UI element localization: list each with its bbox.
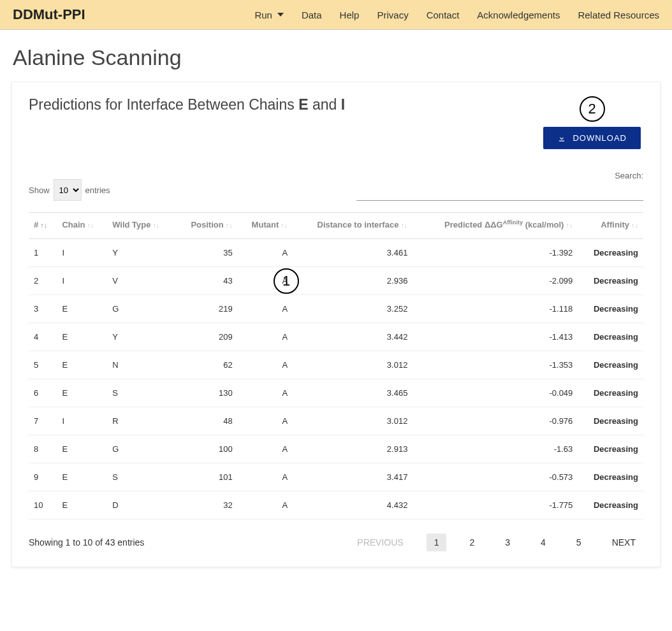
nav-run[interactable]: Run — [254, 10, 284, 20]
page-3[interactable]: 3 — [497, 533, 518, 551]
col-num[interactable]: #↑↓ — [29, 213, 57, 239]
cell-distance: 4.432 — [293, 491, 413, 519]
cell-chain: E — [57, 435, 107, 463]
sort-icon: ↑↓ — [631, 221, 638, 229]
cell-position: 43 — [176, 267, 238, 295]
cell-ddg: -1.775 — [413, 491, 578, 519]
cell-wildtype: S — [107, 379, 176, 407]
cell-affinity: Decreasing — [578, 379, 643, 407]
cell-ddg: -0.976 — [413, 407, 578, 435]
cell-wildtype: V — [107, 267, 176, 295]
col-chain[interactable]: Chain↑↓ — [57, 213, 107, 239]
page-previous[interactable]: PREVIOUS — [349, 533, 411, 551]
search-area: Search: — [356, 171, 643, 201]
page-1[interactable]: 1 — [427, 533, 447, 551]
cell-affinity: Decreasing — [578, 267, 643, 295]
cell-wildtype: Y — [107, 323, 176, 351]
page-4[interactable]: 4 — [533, 533, 553, 551]
table-row: 2IV43A2.936-2.099Decreasing — [29, 267, 643, 295]
navbar: DDMut-PPI Run Data Help Privacy Contact … — [0, 0, 672, 30]
cell-mutant: A — [238, 323, 293, 351]
table-row: 5EN62A3.012-1.353Decreasing — [29, 351, 643, 379]
cell-ddg: -1.353 — [413, 351, 578, 379]
cell-num: 8 — [29, 435, 57, 463]
show-label: Show — [29, 185, 50, 195]
col-chain-label: Chain — [62, 220, 85, 229]
cell-affinity: Decreasing — [578, 295, 643, 323]
nav-related-resources[interactable]: Related Resources — [578, 10, 659, 20]
page-2[interactable]: 2 — [462, 533, 482, 551]
page-5[interactable]: 5 — [569, 533, 589, 551]
card-header: Predictions for Interface Between Chains… — [29, 96, 643, 149]
annotation-marker-2: 2 — [580, 96, 605, 122]
caret-down-icon — [277, 13, 284, 17]
cell-wildtype: G — [107, 435, 176, 463]
cell-mutant: A — [238, 295, 293, 323]
sort-icon: ↑↓ — [152, 221, 159, 229]
cell-ddg: -1.118 — [413, 295, 578, 323]
col-ddg-unit: (kcal/mol) — [523, 220, 564, 229]
table-controls: Show 10 entries Search: — [29, 171, 643, 201]
pagination: PREVIOUS 12345 NEXT — [349, 533, 643, 551]
table-row: 8EG100A2.913-1.63Decreasing — [29, 435, 643, 463]
nav-contact[interactable]: Contact — [427, 10, 460, 20]
cell-ddg: -0.573 — [413, 463, 578, 491]
col-wildtype[interactable]: Wild Type↑↓ — [107, 213, 176, 239]
cell-chain: E — [57, 323, 107, 351]
col-mutant[interactable]: Mutant↑↓ — [238, 213, 293, 239]
page-next[interactable]: NEXT — [604, 533, 643, 551]
col-ddg-pre: Predicted ΔΔG — [444, 220, 503, 229]
cell-wildtype: G — [107, 295, 176, 323]
table-body: 1IY35A3.461-1.392Decreasing2IV43A2.936-2… — [29, 239, 643, 519]
cell-chain: E — [57, 295, 107, 323]
cell-position: 48 — [176, 407, 238, 435]
cell-mutant: A — [238, 351, 293, 379]
cell-affinity: Decreasing — [578, 435, 643, 463]
table-row: 10ED32A4.432-1.775Decreasing — [29, 491, 643, 519]
search-input[interactable] — [356, 185, 643, 201]
col-distance[interactable]: Distance to interface↑↓ — [293, 213, 413, 239]
card-title-prefix: Predictions for Interface Between Chains — [29, 96, 298, 113]
cell-distance: 2.913 — [293, 435, 413, 463]
cell-distance: 3.465 — [293, 379, 413, 407]
nav-acknowledgements[interactable]: Acknowledgements — [477, 10, 560, 20]
cell-position: 32 — [176, 491, 238, 519]
cell-position: 130 — [176, 379, 238, 407]
cell-position: 62 — [176, 351, 238, 379]
col-ddg[interactable]: Predicted ΔΔGAffinity (kcal/mol)↑↓ — [413, 213, 578, 239]
cell-num: 2 — [29, 267, 57, 295]
cell-wildtype: S — [107, 463, 176, 491]
cell-num: 1 — [29, 239, 57, 267]
cell-position: 101 — [176, 463, 238, 491]
col-affinity[interactable]: Affinity↑↓ — [578, 213, 643, 239]
page-size-select[interactable]: 10 — [54, 179, 82, 201]
chain-b: I — [341, 96, 345, 113]
cell-num: 10 — [29, 491, 57, 519]
col-dist-label: Distance to interface — [318, 220, 399, 229]
results-card: Predictions for Interface Between Chains… — [11, 82, 661, 567]
cell-chain: I — [57, 267, 107, 295]
nav-run-label: Run — [254, 10, 272, 20]
cell-affinity: Decreasing — [578, 351, 643, 379]
cell-distance: 3.012 — [293, 407, 413, 435]
cell-chain: I — [57, 239, 107, 267]
nav-privacy[interactable]: Privacy — [377, 10, 408, 20]
cell-affinity: Decreasing — [578, 491, 643, 519]
nav-help[interactable]: Help — [340, 10, 360, 20]
cell-position: 35 — [176, 239, 238, 267]
cell-affinity: Decreasing — [578, 463, 643, 491]
cell-mutant: A — [238, 463, 293, 491]
col-ddg-sup: Affinity — [503, 219, 523, 226]
col-mut-label: Mutant — [252, 220, 279, 229]
cell-position: 100 — [176, 435, 238, 463]
cell-wildtype: Y — [107, 239, 176, 267]
download-button[interactable]: DOWNLOAD — [543, 127, 641, 149]
sort-icon: ↑↓ — [87, 221, 94, 229]
brand[interactable]: DDMut-PPI — [13, 6, 85, 23]
download-area: 2 DOWNLOAD — [543, 96, 641, 149]
nav-data[interactable]: Data — [302, 10, 322, 20]
cell-chain: E — [57, 379, 107, 407]
table-row: 7IR48A3.012-0.976Decreasing — [29, 407, 643, 435]
cell-num: 3 — [29, 295, 57, 323]
col-position[interactable]: Position↑↓ — [176, 213, 238, 239]
